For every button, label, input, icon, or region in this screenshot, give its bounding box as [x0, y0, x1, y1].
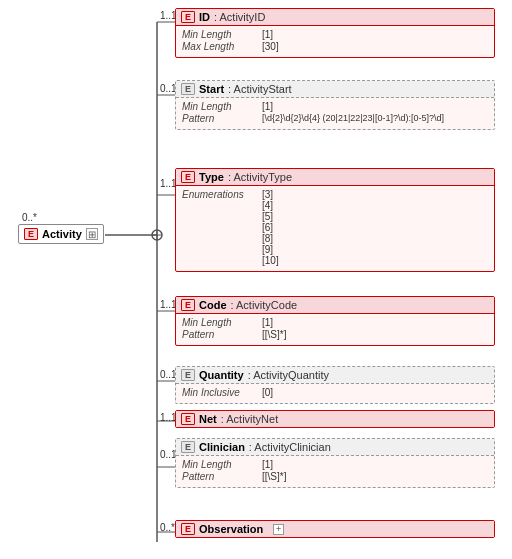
clinician-badge: E — [181, 441, 195, 453]
svg-point-1 — [152, 230, 162, 240]
activity-label: Activity — [42, 228, 82, 240]
start-badge: E — [181, 83, 195, 95]
start-type: : ActivityStart — [228, 83, 292, 95]
quantity-element-box: E Quantity : ActivityQuantity Min Inclus… — [175, 366, 495, 404]
code-type: : ActivityCode — [231, 299, 298, 311]
code-pattern-val: [[\S]*] — [262, 329, 286, 340]
id-maxlength-key: Max Length — [182, 41, 262, 52]
clinician-body: Min Length [1] Pattern [[\S]*] — [176, 456, 494, 487]
code-pattern-row: Pattern [[\S]*] — [182, 329, 488, 340]
type-enum-key: Enumerations — [182, 189, 262, 266]
quantity-mininclusive-val: [0] — [262, 387, 273, 398]
clinician-pattern-row: Pattern [[\S]*] — [182, 471, 488, 482]
net-type: : ActivityNet — [221, 413, 278, 425]
id-type: : ActivityID — [214, 11, 265, 23]
start-minlength-val: [1] — [262, 101, 273, 112]
start-name: Start — [199, 83, 224, 95]
quantity-body: Min Inclusive [0] — [176, 384, 494, 403]
type-name: Type — [199, 171, 224, 183]
quantity-mininclusive-key: Min Inclusive — [182, 387, 262, 398]
type-badge: E — [181, 171, 195, 183]
id-maxlength-row: Max Length [30] — [182, 41, 488, 52]
id-body: Min Length [1] Max Length [30] — [176, 26, 494, 57]
quantity-badge: E — [181, 369, 195, 381]
code-element-header: E Code : ActivityCode — [176, 297, 494, 314]
type-type: : ActivityType — [228, 171, 292, 183]
start-pattern-val: [\d{2}\d{2}\d{4} (20|21|22|23|[0-1]?\d):… — [262, 113, 444, 124]
quantity-element-header: E Quantity : ActivityQuantity — [176, 367, 494, 384]
code-name: Code — [199, 299, 227, 311]
net-name: Net — [199, 413, 217, 425]
observation-badge: E — [181, 523, 195, 535]
clinician-pattern-val: [[\S]*] — [262, 471, 286, 482]
start-pattern-key: Pattern — [182, 113, 262, 124]
start-element-box: E Start : ActivityStart Min Length [1] P… — [175, 80, 495, 130]
clinician-type: : ActivityClinician — [249, 441, 331, 453]
start-pattern-row: Pattern [\d{2}\d{2}\d{4} (20|21|22|23|[0… — [182, 113, 488, 124]
id-badge: E — [181, 11, 195, 23]
start-minlength-row: Min Length [1] — [182, 101, 488, 112]
observation-expand-icon[interactable]: + — [273, 524, 284, 535]
net-badge: E — [181, 413, 195, 425]
activity-node[interactable]: E Activity ⊞ — [18, 224, 104, 244]
type-enum-val: [3][4][5][6][8][9][10] — [262, 189, 279, 266]
clinician-element-header: E Clinician : ActivityClinician — [176, 439, 494, 456]
observation-element-box: E Observation + — [175, 520, 495, 538]
activity-mult-label: 0..* — [22, 212, 37, 223]
id-maxlength-val: [30] — [262, 41, 279, 52]
code-pattern-key: Pattern — [182, 329, 262, 340]
activity-badge: E — [24, 228, 38, 240]
observation-name: Observation — [199, 523, 263, 535]
id-minlength-row: Min Length [1] — [182, 29, 488, 40]
start-element-header: E Start : ActivityStart — [176, 81, 494, 98]
clinician-pattern-key: Pattern — [182, 471, 262, 482]
clinician-element-box: E Clinician : ActivityClinician Min Leng… — [175, 438, 495, 488]
id-name: ID — [199, 11, 210, 23]
quantity-type: : ActivityQuantity — [248, 369, 329, 381]
type-element-box: E Type : ActivityType Enumerations [3][4… — [175, 168, 495, 272]
id-minlength-val: [1] — [262, 29, 273, 40]
clinician-minlength-val: [1] — [262, 459, 273, 470]
type-body: Enumerations [3][4][5][6][8][9][10] — [176, 186, 494, 271]
id-minlength-key: Min Length — [182, 29, 262, 40]
diagram-container: E Activity ⊞ 0..* 1..1 0..1 — [0, 0, 512, 559]
net-element-box: E Net : ActivityNet — [175, 410, 495, 428]
type-element-header: E Type : ActivityType — [176, 169, 494, 186]
code-badge: E — [181, 299, 195, 311]
id-element-box: E ID : ActivityID Min Length [1] Max Len… — [175, 8, 495, 58]
code-minlength-key: Min Length — [182, 317, 262, 328]
quantity-name: Quantity — [199, 369, 244, 381]
start-body: Min Length [1] Pattern [\d{2}\d{2}\d{4} … — [176, 98, 494, 129]
code-element-box: E Code : ActivityCode Min Length [1] Pat… — [175, 296, 495, 346]
clinician-name: Clinician — [199, 441, 245, 453]
code-minlength-row: Min Length [1] — [182, 317, 488, 328]
type-enum-row: Enumerations [3][4][5][6][8][9][10] — [182, 189, 488, 266]
activity-expand-icon[interactable]: ⊞ — [86, 228, 98, 240]
observation-element-header: E Observation + — [176, 521, 494, 537]
quantity-mininclusive-row: Min Inclusive [0] — [182, 387, 488, 398]
clinician-minlength-key: Min Length — [182, 459, 262, 470]
clinician-minlength-row: Min Length [1] — [182, 459, 488, 470]
observation-mult: 0..* — [160, 522, 175, 533]
code-body: Min Length [1] Pattern [[\S]*] — [176, 314, 494, 345]
id-element-header: E ID : ActivityID — [176, 9, 494, 26]
start-minlength-key: Min Length — [182, 101, 262, 112]
net-element-header: E Net : ActivityNet — [176, 411, 494, 427]
code-minlength-val: [1] — [262, 317, 273, 328]
